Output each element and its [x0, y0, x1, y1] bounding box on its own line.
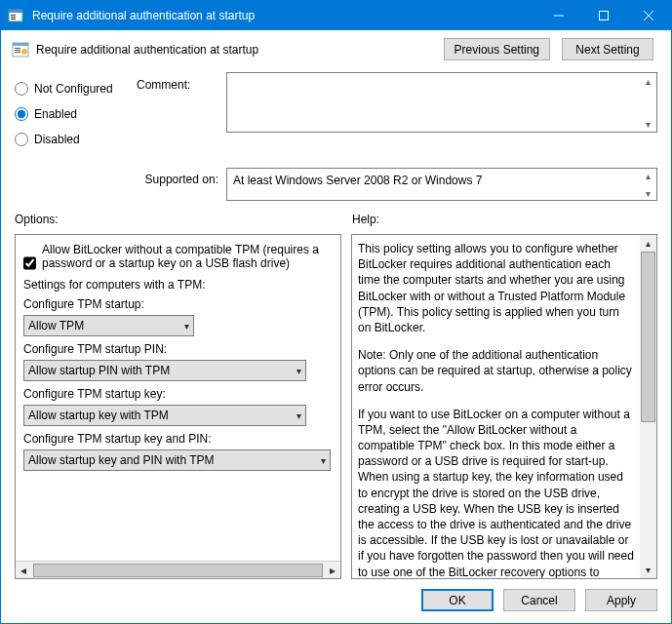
configure-tpm-pin-label: Configure TPM startup PIN:	[23, 342, 333, 356]
configure-tpm-key-value: Allow startup key with TPM	[28, 409, 169, 422]
supported-on-label: Supported on:	[15, 168, 226, 201]
chevron-up-icon[interactable]: ▴	[640, 235, 656, 252]
configure-tpm-key-dropdown[interactable]: Allow startup key with TPM ▾	[23, 405, 306, 426]
previous-setting-button[interactable]: Previous Setting	[444, 38, 550, 60]
svg-rect-1	[9, 10, 22, 13]
minimize-button[interactable]	[536, 1, 581, 30]
vscroll-thumb[interactable]	[641, 252, 655, 422]
help-paragraph: If you want to use BitLocker on a comput…	[358, 407, 634, 578]
options-hscrollbar[interactable]: ◂ ▸	[16, 561, 340, 578]
svg-rect-3	[11, 17, 16, 18]
svg-rect-6	[600, 12, 609, 20]
apply-label: Apply	[607, 594, 636, 607]
ok-label: OK	[449, 594, 465, 607]
hscroll-thumb[interactable]	[33, 564, 323, 577]
chevron-down-icon: ▾	[184, 321, 189, 332]
supported-on-field: At least Windows Server 2008 R2 or Windo…	[226, 168, 657, 201]
configure-tpm-startup-value: Allow TPM	[28, 319, 84, 332]
radio-disabled-label: Disabled	[34, 133, 80, 146]
configure-tpm-pin-dropdown[interactable]: Allow startup PIN with TPM ▾	[23, 360, 306, 381]
titlebar: Require additional authentication at sta…	[1, 1, 671, 30]
chevron-left-icon[interactable]: ◂	[16, 564, 31, 577]
radio-not-configured-input[interactable]	[15, 82, 28, 96]
apply-button[interactable]: Apply	[585, 589, 657, 611]
svg-point-14	[21, 49, 27, 55]
configure-tpm-key-pin-label: Configure TPM startup key and PIN:	[23, 432, 333, 446]
window-title: Require additional authentication at sta…	[30, 9, 536, 22]
svg-rect-12	[15, 50, 20, 51]
configure-tpm-key-pin-dropdown[interactable]: Allow startup key and PIN with TPM ▾	[23, 449, 331, 471]
ok-button[interactable]: OK	[421, 589, 494, 611]
help-label: Help:	[346, 213, 657, 226]
svg-rect-10	[13, 43, 28, 46]
configure-tpm-key-pin-value: Allow startup key and PIN with TPM	[28, 453, 215, 467]
app-icon	[1, 1, 30, 30]
help-text: This policy setting allows you to config…	[352, 235, 640, 578]
subheader: Require additional authentication at sta…	[1, 30, 671, 68]
configure-tpm-key-label: Configure TPM startup key:	[23, 387, 333, 401]
radio-enabled-label: Enabled	[34, 107, 77, 121]
maximize-button[interactable]	[581, 1, 626, 30]
configure-tpm-startup-label: Configure TPM startup:	[23, 297, 333, 311]
radio-disabled[interactable]: Disabled	[15, 133, 137, 146]
allow-bitlocker-no-tpm-label: Allow BitLocker without a compatible TPM…	[42, 243, 333, 270]
close-button[interactable]	[626, 1, 671, 30]
vscroll-track[interactable]	[640, 252, 656, 562]
chevron-down-icon[interactable]: ▾	[641, 186, 654, 200]
comment-label: Comment:	[137, 72, 226, 158]
next-setting-button[interactable]: Next Setting	[562, 38, 653, 60]
dialog-footer: OK Cancel Apply	[1, 579, 671, 623]
chevron-down-icon: ▾	[296, 410, 301, 421]
help-paragraph: This policy setting allows you to config…	[358, 241, 634, 335]
policy-editor-window: Require additional authentication at sta…	[0, 0, 672, 624]
chevron-up-icon[interactable]: ▴	[641, 169, 654, 182]
configure-tpm-startup-dropdown[interactable]: Allow TPM ▾	[23, 315, 194, 336]
svg-rect-4	[11, 19, 16, 20]
chevron-down-icon: ▾	[321, 455, 326, 466]
svg-rect-2	[11, 15, 16, 16]
help-panel: This policy setting allows you to config…	[351, 234, 657, 579]
cancel-button[interactable]: Cancel	[503, 589, 575, 611]
chevron-down-icon[interactable]: ▾	[640, 562, 656, 578]
previous-setting-label: Previous Setting	[455, 43, 539, 57]
cancel-label: Cancel	[521, 594, 557, 607]
svg-rect-13	[15, 52, 20, 53]
options-panel: Allow BitLocker without a compatible TPM…	[15, 234, 341, 579]
radio-disabled-input[interactable]	[15, 133, 28, 146]
radio-enabled[interactable]: Enabled	[15, 107, 137, 121]
tpm-section-label: Settings for computers with a TPM:	[23, 278, 333, 292]
help-paragraph: Note: Only one of the additional authent…	[358, 347, 634, 395]
comment-field[interactable]: ▴ ▾	[226, 72, 657, 133]
policy-icon	[11, 40, 30, 59]
help-vscrollbar[interactable]: ▴ ▾	[640, 235, 656, 578]
radio-enabled-input[interactable]	[15, 107, 28, 121]
svg-rect-11	[15, 48, 20, 49]
allow-bitlocker-no-tpm-checkbox[interactable]	[23, 256, 36, 270]
radio-not-configured-label: Not Configured	[34, 82, 113, 96]
policy-title: Require additional authentication at sta…	[36, 43, 444, 57]
configure-tpm-pin-value: Allow startup PIN with TPM	[28, 364, 170, 377]
chevron-right-icon[interactable]: ▸	[325, 564, 340, 577]
chevron-down-icon: ▾	[296, 366, 301, 376]
radio-not-configured[interactable]: Not Configured	[15, 82, 137, 96]
supported-on-value: At least Windows Server 2008 R2 or Windo…	[233, 174, 482, 187]
chevron-down-icon[interactable]: ▾	[641, 117, 654, 131]
next-setting-label: Next Setting	[575, 43, 639, 57]
chevron-up-icon[interactable]: ▴	[641, 74, 654, 88]
options-label: Options:	[15, 213, 346, 226]
